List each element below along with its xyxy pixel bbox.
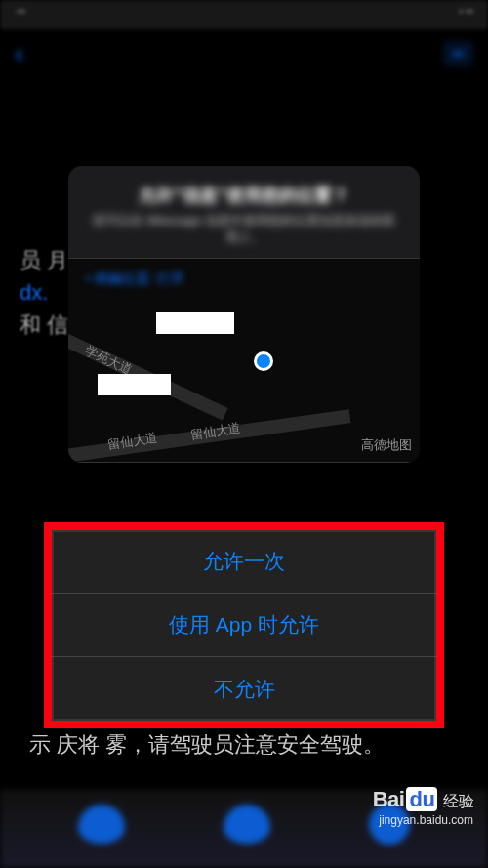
status-left: ·•• xyxy=(15,5,25,24)
current-location-icon xyxy=(254,351,273,371)
modal-title: 允许"信息"使用您的位置？ xyxy=(88,184,400,207)
brand-suffix: 经验 xyxy=(443,793,473,809)
nav-bar: ‹ •• xyxy=(0,29,488,78)
map-preview: • 精确位置: 打开 学苑大道 留仙大道 留仙大道 高德地图 xyxy=(68,258,420,463)
brand-left: Bai xyxy=(373,787,405,811)
nav-action-button[interactable]: •• xyxy=(443,41,473,66)
map-road xyxy=(68,325,228,420)
watermark-brand: Baidu 经验 xyxy=(373,786,473,814)
chat-text2: 示 庆将 雾，请驾驶员注意安全驾驶。 xyxy=(29,732,385,757)
watermark: Baidu 经验 jingyan.baidu.com xyxy=(373,786,473,829)
chat-message-bg2: 示 庆将 雾，请驾驶员注意安全驾驶。 xyxy=(29,730,459,761)
watermark-url: jingyan.baidu.com xyxy=(373,813,473,829)
brand-right: du xyxy=(406,787,437,811)
road-label: 留仙大道 xyxy=(189,419,242,443)
chat-link[interactable]: dx. xyxy=(20,280,48,305)
modal-header: 允许"信息"使用您的位置？ 您可以在 iMessage 信息中使用您的位置信息发… xyxy=(68,166,420,258)
redaction-box xyxy=(98,374,171,395)
app-store-icon[interactable] xyxy=(224,805,270,844)
location-permission-modal: 允许"信息"使用您的位置？ 您可以在 iMessage 信息中使用您的位置信息发… xyxy=(68,166,420,463)
redaction-box xyxy=(156,312,234,334)
map-attribution: 高德地图 xyxy=(361,436,412,454)
precise-location-pill[interactable]: • 精确位置: 打开 xyxy=(86,270,184,288)
allow-once-button[interactable]: 允许一次 xyxy=(52,530,436,594)
camera-icon[interactable] xyxy=(78,805,125,844)
permission-buttons-group: 允许一次 使用 App 时允许 不允许 xyxy=(44,522,444,728)
back-chevron-icon[interactable]: ‹ xyxy=(15,38,23,69)
allow-while-using-button[interactable]: 使用 App 时允许 xyxy=(52,594,436,657)
status-bar: ·•• • •• xyxy=(0,0,488,29)
modal-subtitle: 您可以在 iMessage 信息中使用您的位置信息发送给联系人。 xyxy=(88,213,400,246)
dont-allow-button[interactable]: 不允许 xyxy=(52,657,436,721)
status-right: • •• xyxy=(459,5,473,24)
